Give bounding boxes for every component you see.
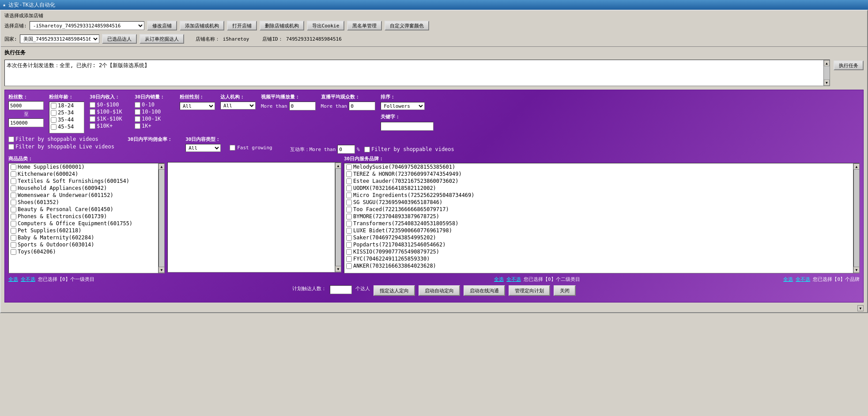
content-type-select[interactable]: All — [185, 144, 221, 152]
sort-select[interactable]: Followers AvgViews Sales30d — [381, 102, 425, 110]
brand-estee-lauder[interactable]: Estee Lauder(7032167523860073602) — [344, 178, 853, 185]
delete-store-button[interactable]: 删除店铺或机构 — [260, 21, 304, 30]
sec-scroll-down[interactable]: ▼ — [335, 266, 341, 272]
cat-select-all-link[interactable]: 全选 — [8, 276, 18, 283]
interaction-shoppable-checkbox[interactable]: Filter by shoppable videos — [364, 146, 454, 152]
brands-select-all-link[interactable]: 全选 — [783, 276, 793, 283]
secondary-listbox[interactable] — [167, 162, 335, 272]
age-listbox[interactable]: 18-24 25-34 35-44 45-54 — [49, 102, 84, 133]
brands-scrollbar[interactable]: ▲ ▼ — [853, 163, 860, 273]
keyword-input[interactable] — [381, 122, 434, 131]
brand-sg-sugu[interactable]: SG SUGU(7236959403965187846) — [344, 199, 853, 206]
cat-phones[interactable]: Phones & Electronics(601739) — [9, 213, 158, 220]
scroll-up-btn[interactable]: ▲ — [824, 60, 830, 66]
auto-assign-button[interactable]: 启动自动定向 — [419, 285, 460, 296]
sales-0-10[interactable]: 0-10 — [135, 102, 174, 108]
income-10k-plus[interactable]: $10K+ — [90, 123, 129, 129]
cat-pet-supplies[interactable]: Pet Supplies(602118) — [9, 227, 158, 234]
cat-scroll-down[interactable]: ▼ — [159, 267, 165, 273]
income-1k-10k[interactable]: $1K-$10K — [90, 116, 129, 122]
sales-10-100[interactable]: 10-100 — [135, 109, 174, 115]
brands-deselect-all-link[interactable]: 全不选 — [796, 276, 810, 283]
age-item-45-54[interactable]: 45-54 — [49, 123, 84, 130]
brand-scroll-down[interactable]: ▼ — [853, 267, 860, 273]
income-100-1k[interactable]: $100-$1K — [90, 109, 129, 115]
sales-100-1k[interactable]: 100-1K — [135, 116, 174, 122]
assign-talent-button[interactable]: 指定达人定向 — [374, 285, 415, 296]
brands-listbox[interactable]: MelodySusie(7046975028155385601) TEREZ &… — [344, 163, 853, 273]
cat-scroll-up[interactable]: ▲ — [159, 163, 165, 170]
cat-womenswear[interactable]: Womenswear & Underwear(601152) — [9, 192, 158, 199]
followers-max-input[interactable] — [8, 118, 44, 127]
fast-growing-checkbox[interactable] — [230, 145, 235, 151]
cat-beauty[interactable]: Beauty & Personal Care(601450) — [9, 206, 158, 213]
brand-melodysusie[interactable]: MelodySusie(7046975028155385601) — [344, 163, 853, 170]
cat-home-supplies[interactable]: Home Supplies(600001) — [9, 163, 158, 170]
add-store-button[interactable]: 添加店铺或机构 — [180, 21, 224, 30]
age-item-25-34[interactable]: 25-34 — [49, 109, 84, 116]
brand-terez[interactable]: TEREZ & HONOR(7237060997474354949) — [344, 170, 853, 178]
blacklist-button[interactable]: 黑名单管理 — [347, 21, 382, 30]
age-item-35-44[interactable]: 35-44 — [49, 116, 84, 123]
country-select[interactable]: 美国_7495293312485984516 — [20, 34, 99, 43]
manage-plan-button[interactable]: 管理定向计划 — [509, 285, 550, 296]
store-select[interactable]: -iSharetoy_7495293312485984516 — [30, 21, 144, 30]
brand-luxe-bidet[interactable]: LUXE Bidet(7235900660776961798) — [344, 227, 853, 234]
selected-talent-button[interactable]: 已选品达人 — [102, 34, 137, 44]
sales-1k-plus[interactable]: 1K+ — [135, 123, 174, 129]
online-chat-button[interactable]: 启动在线沟通 — [464, 285, 505, 296]
brand-uodmx[interactable]: UODMX(7032166418582112002) — [344, 185, 853, 192]
from-order-button[interactable]: 从订单挖掘达人 — [140, 34, 184, 44]
categories-scrollbar[interactable]: ▲ ▼ — [159, 163, 165, 273]
cat-kitchenware[interactable]: Kitchenware(600024) — [9, 170, 158, 178]
gender-select[interactable]: AllMaleFemale — [180, 102, 215, 110]
custom-color-button[interactable]: 自定义弹窗颜色 — [385, 21, 429, 30]
income-0-100[interactable]: $0-$100 — [90, 102, 129, 108]
org-select[interactable]: All — [220, 102, 256, 110]
cat-toys[interactable]: Toys(604206) — [9, 248, 158, 255]
cat-sports[interactable]: Sports & Outdoor(603014) — [9, 241, 158, 248]
brand-scroll-up[interactable]: ▲ — [853, 163, 860, 170]
sec-deselect-all-link[interactable]: 全不选 — [506, 276, 521, 283]
brand-fyc[interactable]: FYC(7046224911265859330) — [344, 255, 853, 262]
cat-household-appliances[interactable]: Household Appliances(600942) — [9, 185, 158, 192]
brand-too-faced[interactable]: Too Faced(7221366666865079717) — [344, 206, 853, 213]
followers-min-input[interactable] — [8, 101, 44, 110]
categories-listbox[interactable]: Home Supplies(600001) Kitchenware(600024… — [8, 163, 159, 273]
interaction-input[interactable] — [337, 145, 355, 154]
followers-group: 粉丝数： 至 — [8, 94, 44, 127]
open-store-button[interactable]: 打开店铺 — [227, 21, 257, 30]
cat-baby[interactable]: Baby & Maternity(602284) — [9, 234, 158, 241]
brands-list-container: MelodySusie(7046975028155385601) TEREZ &… — [344, 163, 860, 273]
age-item-18-24[interactable]: 18-24 — [49, 102, 84, 109]
task-area: 本次任务计划发送数：全里, 已执行: 2个【新版筛选系统】 ▲ ▼ 执行任务 — [1, 58, 867, 88]
brand-transformers[interactable]: Transformers(7254083240531805958) — [344, 220, 853, 227]
brand-popdarts[interactable]: Popdarts(7217048312546054662) — [344, 241, 853, 248]
brand-bymore[interactable]: BYMORE(7237048933879678725) — [344, 213, 853, 220]
export-cookie-button[interactable]: 导出Cookie — [307, 21, 345, 30]
cat-shoes[interactable]: Shoes(601352) — [9, 199, 158, 206]
scroll-down-btn[interactable]: ▼ — [824, 79, 830, 86]
main-scroll-down[interactable]: ▼ — [857, 305, 864, 311]
execute-task-button[interactable]: 执行任务 — [834, 61, 864, 70]
close-button[interactable]: 关闭 — [554, 285, 576, 296]
secondary-scrollbar[interactable]: ▲ ▼ — [335, 162, 341, 272]
video-avg-input[interactable] — [289, 102, 316, 110]
task-scrollbar[interactable]: ▲ ▼ — [823, 60, 830, 86]
brand-saker[interactable]: Saker(7046972943854995202) — [344, 234, 853, 241]
filter-row-2: Filter by shoppable videos Filter by sho… — [8, 136, 860, 154]
cat-textiles[interactable]: Textiles & Soft Furnishings(600154) — [9, 178, 158, 185]
live-avg-input[interactable] — [349, 102, 375, 110]
cat-deselect-all-link[interactable]: 全不选 — [21, 276, 35, 283]
modify-store-button[interactable]: 修改店铺 — [147, 21, 177, 30]
shoppable-live-checkbox[interactable]: Filter by shoppable Live videos — [8, 144, 114, 150]
sec-scroll-up[interactable]: ▲ — [335, 163, 341, 169]
shoppable-video-checkbox[interactable]: Filter by shoppable videos — [8, 136, 114, 142]
title-bar-text: 达安-TK达人自动化 — [8, 1, 55, 9]
cat-computers[interactable]: Computers & Office Equipment(601755) — [9, 220, 158, 227]
brand-kissio[interactable]: KISSIO(7099077765490879725) — [344, 248, 853, 255]
sec-select-all-link[interactable]: 全选 — [494, 276, 504, 283]
brand-anker[interactable]: ANKER(7032166633864023628) — [344, 262, 853, 269]
plan-input[interactable] — [330, 285, 352, 294]
brand-micro[interactable]: Micro Ingredients(7252562295048734469) — [344, 192, 853, 199]
